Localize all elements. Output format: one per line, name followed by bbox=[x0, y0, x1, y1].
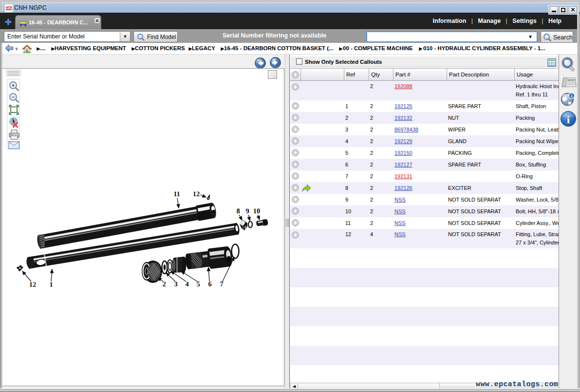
svg-text:11: 11 bbox=[173, 190, 180, 198]
svg-text:8: 8 bbox=[236, 207, 240, 215]
svg-text:1: 1 bbox=[49, 281, 53, 289]
svg-text:7: 7 bbox=[220, 280, 223, 288]
svg-text:12: 12 bbox=[193, 190, 200, 198]
svg-text:10: 10 bbox=[253, 207, 261, 215]
svg-text:9: 9 bbox=[245, 207, 249, 215]
svg-text:NPSI: NPSI bbox=[6, 6, 12, 9]
svg-text:NEWS: NEWS bbox=[567, 79, 575, 82]
svg-text:i: i bbox=[571, 94, 573, 99]
svg-text:6: 6 bbox=[208, 280, 211, 288]
svg-text:12: 12 bbox=[29, 281, 37, 289]
svg-text:3: 3 bbox=[174, 280, 177, 288]
svg-text:i: i bbox=[567, 113, 570, 126]
